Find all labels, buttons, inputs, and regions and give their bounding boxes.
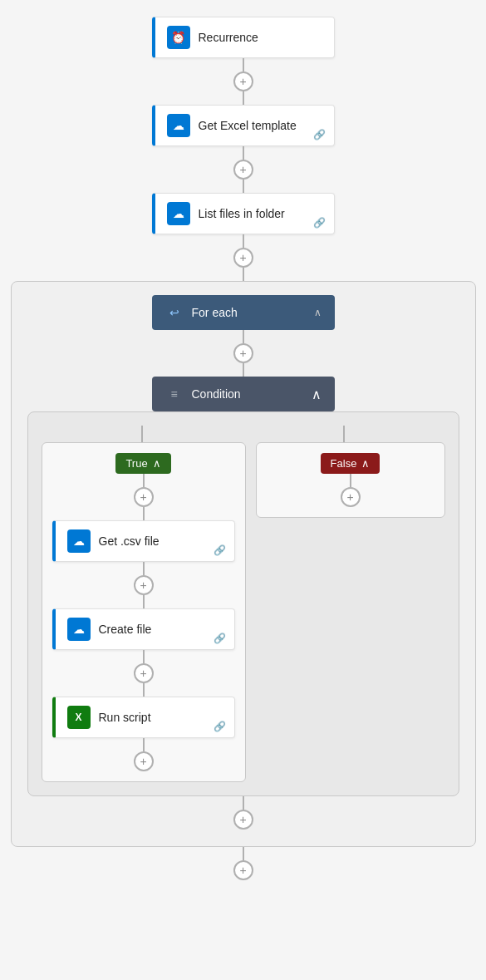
get-excel-title: Get Excel template	[199, 119, 297, 132]
add-btn-true-3[interactable]: +	[134, 663, 154, 683]
line-t4	[143, 738, 145, 751]
line-t1	[143, 474, 145, 487]
condition-chevron-icon: ∧	[312, 387, 322, 402]
line-3	[243, 234, 244, 248]
run-script-title: Run script	[99, 711, 151, 724]
line-1	[243, 58, 244, 71]
connector-5: +	[233, 796, 253, 830]
line-2b	[243, 180, 244, 193]
condition-icon: ≡	[165, 385, 184, 403]
get-excel-link-icon: 🔗	[313, 129, 326, 140]
run-script-link-icon: 🔗	[214, 721, 226, 732]
line-3b	[243, 268, 244, 281]
add-btn-3[interactable]: +	[233, 248, 253, 268]
false-label: False	[331, 457, 357, 470]
false-chevron-icon: ∧	[361, 457, 370, 470]
add-btn-1[interactable]: +	[233, 71, 253, 91]
connector-1: +	[233, 58, 253, 105]
add-btn-true-4[interactable]: +	[134, 751, 154, 771]
line-f1	[350, 474, 351, 487]
line-t2	[143, 562, 145, 575]
recurrence-title: Recurrence	[199, 31, 258, 44]
recurrence-icon: ⏰	[167, 26, 190, 49]
true-chevron-icon: ∧	[153, 457, 161, 470]
line-1b	[243, 91, 244, 105]
create-file-link-icon: 🔗	[214, 633, 226, 644]
create-file-icon: ☁	[67, 618, 91, 641]
get-csv-link-icon: 🔗	[214, 544, 226, 556]
foreach-container: ↩ For each ∧ + ≡ Condition ∧	[11, 281, 476, 847]
connector-3: +	[233, 234, 253, 281]
line-t3	[143, 650, 145, 663]
connector-true-3: +	[134, 650, 154, 697]
connector-true-4: +	[134, 738, 154, 771]
connector-4: +	[233, 330, 253, 377]
foreach-block-left: ↩ For each	[165, 303, 238, 322]
get-csv-icon: ☁	[67, 529, 91, 553]
connector-false-1: +	[341, 474, 361, 507]
create-file-title: Create file	[99, 623, 152, 636]
line-t2b	[143, 595, 145, 608]
get-csv-card[interactable]: ☁ Get .csv file 🔗	[52, 520, 235, 562]
list-files-title: List files in folder	[199, 207, 285, 220]
true-label: True	[125, 457, 147, 470]
run-script-icon: X	[67, 706, 91, 729]
line-t1b	[143, 507, 145, 520]
condition-block[interactable]: ≡ Condition ∧	[152, 377, 335, 411]
condition-title: Condition	[192, 387, 241, 401]
get-excel-card[interactable]: ☁ Get Excel template 🔗	[152, 105, 335, 146]
false-branch: False ∧ +	[256, 442, 445, 518]
foreach-chevron-icon: ∧	[314, 307, 322, 318]
add-btn-2[interactable]: +	[233, 160, 253, 180]
condition-container: True ∧ + ☁ Get .csv file 🔗	[27, 411, 459, 796]
add-btn-false-1[interactable]: +	[341, 487, 361, 507]
connector-true-2: +	[134, 562, 154, 608]
list-files-card[interactable]: ☁ List files in folder 🔗	[152, 193, 335, 234]
line-5	[243, 796, 244, 810]
condition-branches: True ∧ + ☁ Get .csv file 🔗	[42, 442, 445, 782]
false-branch-header[interactable]: False ∧	[321, 453, 380, 474]
connector-true-1: +	[134, 474, 154, 520]
flow-canvas: ⏰ Recurrence + ☁ Get Excel template 🔗 + …	[0, 17, 486, 880]
true-branch-header[interactable]: True ∧	[115, 453, 170, 474]
foreach-icon: ↩	[165, 303, 184, 322]
line-6	[243, 847, 244, 860]
run-script-card[interactable]: X Run script 🔗	[52, 697, 235, 738]
add-btn-4[interactable]: +	[233, 343, 253, 363]
add-btn-5[interactable]: +	[233, 810, 253, 830]
foreach-block[interactable]: ↩ For each ∧	[152, 295, 335, 330]
add-btn-true-2[interactable]: +	[134, 575, 154, 595]
add-btn-6[interactable]: +	[233, 860, 253, 880]
condition-block-left: ≡ Condition	[165, 385, 241, 403]
create-file-card[interactable]: ☁ Create file 🔗	[52, 608, 235, 650]
line-2	[243, 146, 244, 160]
connector-2: +	[233, 146, 253, 193]
add-btn-true-1[interactable]: +	[134, 487, 154, 507]
connector-6: +	[233, 847, 253, 880]
list-files-link-icon: 🔗	[313, 217, 326, 229]
foreach-title: For each	[192, 306, 238, 319]
line-4	[243, 330, 244, 343]
get-csv-title: Get .csv file	[99, 534, 160, 548]
recurrence-card[interactable]: ⏰ Recurrence	[152, 17, 335, 58]
true-branch: True ∧ + ☁ Get .csv file 🔗	[42, 442, 246, 782]
line-4b	[243, 363, 244, 377]
get-excel-icon: ☁	[167, 114, 190, 137]
list-files-icon: ☁	[167, 202, 190, 225]
line-t3b	[143, 683, 145, 697]
